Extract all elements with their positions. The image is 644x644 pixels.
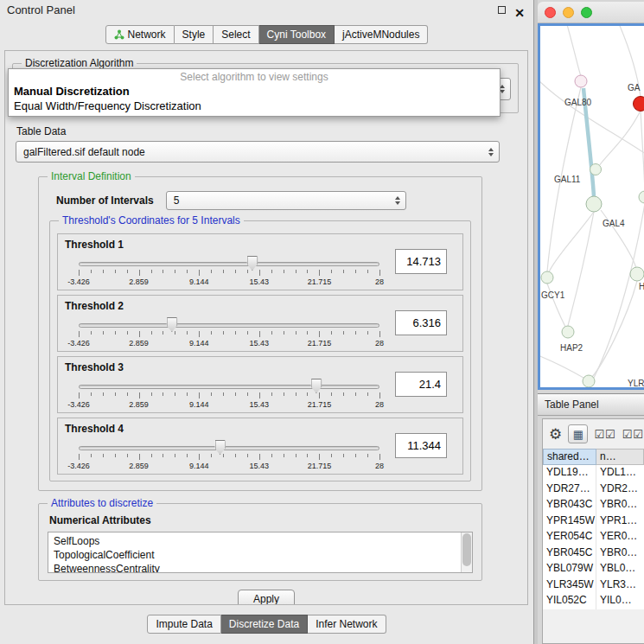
table-row[interactable]: YBR043C YBR0…	[543, 497, 644, 513]
threshold-3-box: Threshold 3 -3.426 2.859 9.144 15.43 21.…	[57, 356, 463, 413]
list-scrollbar[interactable]	[461, 532, 472, 572]
network-view[interactable]: GAL80 GA GAL11 GAL4 GCY1 H HAP2 YLR	[538, 23, 644, 390]
tab-jactivemnodules[interactable]: jActiveMNodules	[335, 25, 428, 44]
slider-thumb[interactable]	[310, 379, 322, 393]
node-label-gal11: GAL11	[554, 175, 581, 184]
table-row[interactable]: YBL079W YBL0…	[543, 561, 644, 577]
tab-select[interactable]: Select	[214, 25, 258, 44]
table-row[interactable]: YBR045C YBR0…	[543, 545, 644, 562]
column-header-name[interactable]: n…	[596, 449, 644, 465]
node-right-partial[interactable]	[639, 191, 644, 203]
tab-network[interactable]: Network	[105, 25, 175, 44]
dropdown-option-manual[interactable]: Manual Discretization	[9, 84, 500, 99]
dropdown-option-equal-width[interactable]: Equal Width/Frequency Discretization	[9, 99, 500, 113]
table-row[interactable]: YLR345W YLR3…	[543, 577, 644, 594]
table-panel: ⚙ ▦ ☑☑ ☑☑ shared… n… YDL19… YDL1… YDR27……	[542, 418, 644, 644]
number-of-intervals-row: Number of Intervals 5	[56, 191, 468, 210]
node-gal80[interactable]	[575, 75, 587, 87]
table-row[interactable]: YPR145W YPR1…	[543, 513, 644, 530]
tab-label: Infer Network	[316, 618, 377, 630]
table-toolbar: ⚙ ▦ ☑☑ ☑☑	[543, 419, 644, 449]
deselect-rows-icon[interactable]: ☑☑	[622, 428, 644, 441]
number-of-intervals-label: Number of Intervals	[56, 194, 154, 207]
tab-label: Impute Data	[156, 618, 212, 630]
node-gcy1[interactable]	[541, 271, 553, 284]
table-panel-header[interactable]: Table Panel	[538, 393, 644, 416]
slider-thumb[interactable]	[166, 317, 177, 332]
gear-icon[interactable]: ⚙	[549, 425, 562, 443]
minimize-traffic-light[interactable]	[563, 7, 574, 18]
tab-infer-network[interactable]: Infer Network	[308, 615, 386, 634]
table-data-value: galFiltered.sif default node	[23, 146, 145, 158]
slider-thumb[interactable]	[214, 440, 226, 455]
close-traffic-light[interactable]	[545, 7, 556, 18]
algorithm-section: Discretization Algorithm Select algorith…	[5, 51, 527, 124]
select-all-rows-icon[interactable]: ☑☑	[594, 428, 615, 441]
threshold-3-value-field[interactable]: 21.4	[395, 372, 447, 397]
table-row[interactable]: YER054C YER0…	[543, 529, 644, 545]
node-label-ylr: YLR	[628, 379, 644, 387]
column-header-shared-name[interactable]: shared…	[543, 449, 596, 465]
list-item-selfloops[interactable]: SelfLoops	[54, 534, 458, 548]
node-hap2[interactable]	[562, 326, 574, 338]
slider-track[interactable]	[79, 323, 379, 328]
node-gal11[interactable]	[590, 164, 602, 175]
select-columns-button[interactable]: ▦	[568, 424, 588, 443]
list-item-betweennesscentrality[interactable]: BetweennessCentrality	[54, 562, 458, 573]
threshold-1-slider[interactable]: -3.426 2.859 9.144 15.43 21.715 28	[79, 255, 379, 288]
slider-ticks	[79, 454, 379, 461]
number-of-intervals-combobox[interactable]: 5	[166, 191, 406, 210]
list-item-topologicalcoefficient[interactable]: TopologicalCoefficient	[54, 548, 458, 562]
attributes-listbox: SelfLoops TopologicalCoefficient Between…	[48, 532, 473, 573]
slider-track[interactable]	[79, 262, 379, 266]
threshold-2-value-field[interactable]: 6.316	[395, 310, 447, 335]
zoom-traffic-light[interactable]	[581, 7, 592, 18]
table-data-combobox[interactable]: galFiltered.sif default node	[16, 141, 500, 163]
apply-button[interactable]: Apply	[238, 590, 295, 605]
slider-scale: -3.426 2.859 9.144 15.43 21.715 28	[79, 277, 379, 287]
table-row[interactable]: YIL052C YIL0…	[543, 593, 644, 609]
threshold-1-value-field[interactable]: 14.713	[395, 249, 447, 274]
table-panel-title: Table Panel	[545, 399, 599, 411]
threshold-4-box: Threshold 4 -3.426 2.859 9.144 15.43 21.…	[57, 418, 463, 475]
node-gal4[interactable]	[586, 196, 602, 212]
node-bottom[interactable]	[583, 375, 595, 387]
threshold-2-slider[interactable]: -3.426 2.859 9.144 15.43 21.715 28	[79, 316, 379, 349]
close-icon[interactable]: ✕	[514, 3, 525, 23]
tab-label: Discretize Data	[229, 618, 299, 630]
table-row[interactable]: YDR27… YDR2…	[543, 481, 644, 498]
float-window-icon[interactable]	[498, 6, 506, 14]
tab-style[interactable]: Style	[175, 25, 214, 44]
slider-thumb[interactable]	[246, 256, 258, 271]
slider-ticks	[79, 331, 379, 338]
threshold-3-slider[interactable]: -3.426 2.859 9.144 15.43 21.715 28	[79, 378, 379, 411]
threshold-4-slider[interactable]: -3.426 2.859 9.144 15.43 21.715 28	[79, 439, 379, 472]
tab-impute-data[interactable]: Impute Data	[147, 615, 220, 634]
node-red[interactable]	[634, 97, 644, 112]
table-data-label: Table Data	[16, 125, 527, 137]
slider-track[interactable]	[79, 446, 379, 450]
columns-icon: ▦	[573, 428, 583, 441]
threshold-4-value-field[interactable]: 11.344	[395, 433, 447, 458]
node-label-gal4: GAL4	[603, 219, 625, 228]
panel-title: Control Panel	[7, 3, 75, 16]
table-header-row: shared… n…	[543, 449, 644, 465]
scrollbar-thumb[interactable]	[462, 533, 471, 566]
network-window-titlebar	[538, 2, 644, 23]
group-title: Attributes to discretize	[48, 497, 156, 509]
node-table: shared… n… YDL19… YDL1… YDR27… YDR2… YBR…	[543, 449, 644, 609]
threshold-1-box: Threshold 1 -3.426 2.859 9.144 15.43 21.…	[57, 233, 463, 290]
slider-track[interactable]	[79, 385, 379, 389]
top-tabbar: Network Style Select Cyni Toolbox jActiv…	[0, 21, 533, 48]
threshold-2-label: Threshold 2	[65, 300, 124, 312]
node-label-hap2: HAP2	[560, 343, 583, 353]
node-right[interactable]	[630, 267, 644, 281]
slider-ticks	[79, 392, 379, 399]
tab-label: Network	[128, 29, 166, 41]
table-row[interactable]: YDL19… YDL1…	[543, 465, 644, 481]
tab-discretize-data[interactable]: Discretize Data	[221, 615, 308, 634]
interval-definition-group: Interval Definition Number of Intervals …	[38, 176, 482, 491]
node-label-gcy1: GCY1	[541, 290, 565, 300]
tab-cyni-toolbox[interactable]: Cyni Toolbox	[259, 25, 335, 44]
threshold-1-label: Threshold 1	[65, 239, 124, 251]
